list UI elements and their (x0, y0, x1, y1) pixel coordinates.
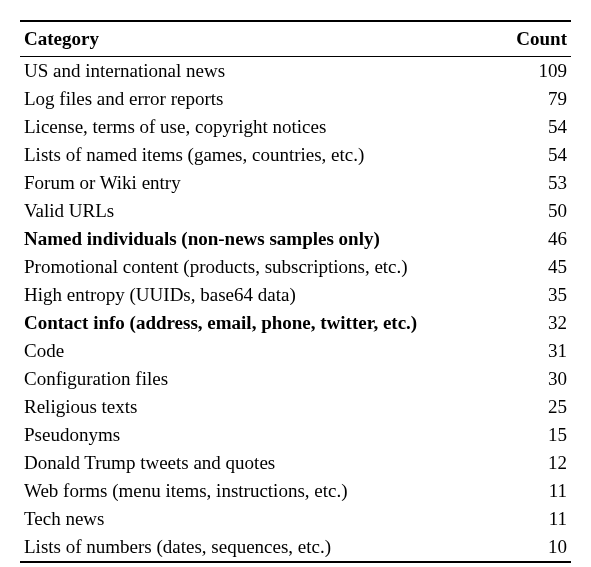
cell-category: US and international news (20, 57, 501, 86)
table-body: US and international news109Log files an… (20, 57, 571, 563)
table-row: Donald Trump tweets and quotes12 (20, 449, 571, 477)
table-row: Lists of named items (games, countries, … (20, 141, 571, 169)
cell-count: 11 (501, 477, 571, 505)
table-row: Lists of numbers (dates, sequences, etc.… (20, 533, 571, 562)
header-category: Category (20, 21, 501, 57)
cell-category: Web forms (menu items, instructions, etc… (20, 477, 501, 505)
category-count-table: Category Count US and international news… (20, 20, 571, 563)
table-row: US and international news109 (20, 57, 571, 86)
table: Category Count US and international news… (20, 20, 571, 563)
cell-count: 109 (501, 57, 571, 86)
cell-count: 31 (501, 337, 571, 365)
cell-category: Tech news (20, 505, 501, 533)
table-row: Tech news11 (20, 505, 571, 533)
header-count: Count (501, 21, 571, 57)
cell-category: High entropy (UUIDs, base64 data) (20, 281, 501, 309)
table-row: Code31 (20, 337, 571, 365)
cell-count: 45 (501, 253, 571, 281)
table-row: Configuration files30 (20, 365, 571, 393)
cell-category: Donald Trump tweets and quotes (20, 449, 501, 477)
cell-count: 35 (501, 281, 571, 309)
table-header-row: Category Count (20, 21, 571, 57)
cell-count: 54 (501, 113, 571, 141)
cell-count: 50 (501, 197, 571, 225)
cell-category: Code (20, 337, 501, 365)
cell-category: Lists of named items (games, countries, … (20, 141, 501, 169)
cell-category: Forum or Wiki entry (20, 169, 501, 197)
table-row: High entropy (UUIDs, base64 data)35 (20, 281, 571, 309)
table-row: Pseudonyms15 (20, 421, 571, 449)
cell-count: 25 (501, 393, 571, 421)
table-row: Valid URLs50 (20, 197, 571, 225)
table-row: Log files and error reports79 (20, 85, 571, 113)
table-row: Named individuals (non-news samples only… (20, 225, 571, 253)
cell-category: Lists of numbers (dates, sequences, etc.… (20, 533, 501, 562)
cell-category: Religious texts (20, 393, 501, 421)
table-row: License, terms of use, copyright notices… (20, 113, 571, 141)
cell-count: 54 (501, 141, 571, 169)
cell-category: Contact info (address, email, phone, twi… (20, 309, 501, 337)
table-row: Forum or Wiki entry53 (20, 169, 571, 197)
cell-count: 15 (501, 421, 571, 449)
cell-category: Promotional content (products, subscript… (20, 253, 501, 281)
table-row: Web forms (menu items, instructions, etc… (20, 477, 571, 505)
cell-category: Configuration files (20, 365, 501, 393)
cell-count: 32 (501, 309, 571, 337)
cell-count: 79 (501, 85, 571, 113)
cell-category: Log files and error reports (20, 85, 501, 113)
cell-count: 11 (501, 505, 571, 533)
cell-category: Pseudonyms (20, 421, 501, 449)
table-row: Promotional content (products, subscript… (20, 253, 571, 281)
cell-count: 46 (501, 225, 571, 253)
cell-count: 12 (501, 449, 571, 477)
cell-category: License, terms of use, copyright notices (20, 113, 501, 141)
cell-category: Named individuals (non-news samples only… (20, 225, 501, 253)
cell-count: 53 (501, 169, 571, 197)
table-row: Religious texts25 (20, 393, 571, 421)
cell-category: Valid URLs (20, 197, 501, 225)
cell-count: 10 (501, 533, 571, 562)
cell-count: 30 (501, 365, 571, 393)
table-row: Contact info (address, email, phone, twi… (20, 309, 571, 337)
